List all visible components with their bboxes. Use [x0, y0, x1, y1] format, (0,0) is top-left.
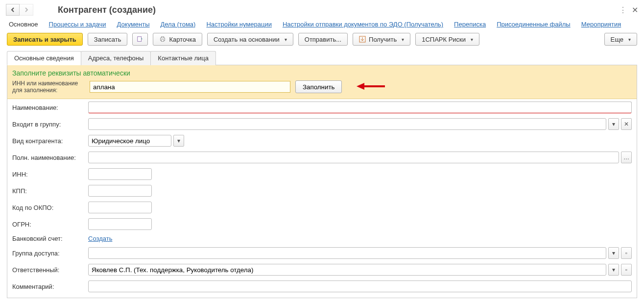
type-dropdown-button[interactable]: ▾	[173, 135, 184, 147]
nav-current[interactable]: Основное	[9, 21, 38, 28]
autofill-button[interactable]: Заполнить	[295, 80, 342, 93]
receive-icon	[359, 36, 366, 43]
nav-link-cases[interactable]: Дела (тома)	[161, 21, 196, 28]
inn-input[interactable]	[88, 168, 152, 180]
autofill-input[interactable]	[90, 81, 290, 93]
ogrn-input[interactable]	[88, 218, 152, 230]
label-kpp: КПП:	[12, 187, 88, 195]
nav-link-edo[interactable]: Настройки отправки документов по ЭДО (По…	[283, 21, 443, 28]
page-title: Контрагент (создание)	[58, 5, 156, 15]
label-group: Входит в группу:	[12, 121, 88, 128]
back-button[interactable]	[6, 4, 20, 16]
nav-link-events[interactable]: Мероприятия	[581, 21, 621, 28]
printer-icon	[159, 36, 166, 43]
access-input[interactable]	[88, 247, 606, 259]
type-input[interactable]	[88, 135, 171, 147]
svg-rect-2	[162, 37, 164, 38]
tab-addresses[interactable]: Адреса, телефоны	[81, 51, 151, 65]
svg-rect-0	[138, 37, 142, 42]
label-type: Вид контрагента:	[12, 137, 88, 145]
more-button[interactable]: Еще▾	[604, 33, 637, 46]
nav-link-processes[interactable]: Процессы и задачи	[49, 21, 106, 28]
send-button[interactable]: Отправить...	[298, 33, 348, 46]
autofill-title: Заполните реквизиты автоматически	[12, 69, 632, 77]
label-inn: ИНН:	[12, 171, 88, 178]
forward-button[interactable]	[20, 4, 33, 16]
nav-link-attachments[interactable]: Присоединенные файлы	[497, 21, 571, 28]
access-dropdown-button[interactable]: ▾	[608, 247, 619, 259]
svg-rect-3	[162, 40, 164, 42]
fullname-expand-button[interactable]: …	[621, 152, 632, 163]
label-bank: Банковский счет:	[12, 235, 88, 242]
responsible-open-button[interactable]: ▫	[621, 264, 632, 276]
nav-link-documents[interactable]: Документы	[117, 21, 150, 28]
autofill-panel: Заполните реквизиты автоматически ИНН ил…	[7, 65, 637, 99]
responsible-input[interactable]	[88, 264, 606, 276]
comment-input[interactable]	[88, 280, 632, 292]
label-comment: Комментарий:	[12, 283, 88, 290]
attach-button[interactable]	[132, 33, 148, 46]
label-responsible: Ответственный:	[12, 266, 88, 274]
group-input[interactable]	[88, 118, 606, 130]
svg-marker-6	[357, 83, 364, 90]
receive-button[interactable]: Получить▾	[353, 33, 410, 46]
kpp-input[interactable]	[88, 185, 152, 197]
nav-link-correspondence[interactable]: Переписка	[454, 21, 486, 28]
autofill-label: ИНН или наименование для заполнения:	[12, 80, 85, 94]
group-dropdown-button[interactable]: ▾	[608, 118, 619, 130]
name-input[interactable]	[88, 102, 632, 113]
close-icon[interactable]: ✕	[632, 5, 638, 15]
spark-button[interactable]: 1СПАРК Риски▾	[415, 33, 479, 46]
label-access: Группа доступа:	[12, 250, 88, 257]
label-name: Наименование:	[12, 104, 88, 111]
responsible-dropdown-button[interactable]: ▾	[608, 264, 619, 276]
create-based-button[interactable]: Создать на основании▾	[207, 33, 293, 46]
bank-create-link[interactable]: Создать	[88, 235, 112, 242]
label-ogrn: ОГРН:	[12, 221, 88, 228]
toolbar: Записать и закрыть Записать Карточка Соз…	[0, 33, 644, 51]
nav-link-numbering[interactable]: Настройки нумерации	[206, 21, 272, 28]
group-clear-button[interactable]: ✕	[621, 118, 632, 130]
kebab-menu-icon[interactable]: ⋮	[619, 5, 627, 15]
card-button[interactable]: Карточка	[153, 33, 202, 46]
save-button[interactable]: Записать	[88, 33, 128, 46]
tab-content: Заполните реквизиты автоматически ИНН ил…	[7, 65, 637, 298]
tabs: Основные сведения Адреса, телефоны Конта…	[7, 51, 637, 65]
label-fullname: Полн. наименование:	[12, 154, 88, 161]
save-close-button[interactable]: Записать и закрыть	[7, 33, 83, 46]
section-nav: Основное Процессы и задачи Документы Дел…	[0, 19, 644, 33]
fullname-input[interactable]	[88, 152, 619, 163]
okpo-input[interactable]	[88, 202, 152, 213]
tab-main[interactable]: Основные сведения	[7, 51, 81, 65]
label-okpo: Код по ОКПО:	[12, 204, 88, 211]
access-open-button[interactable]: ▫	[621, 247, 632, 259]
tab-contacts[interactable]: Контактные лица	[150, 51, 216, 65]
red-arrow-icon	[357, 82, 386, 92]
